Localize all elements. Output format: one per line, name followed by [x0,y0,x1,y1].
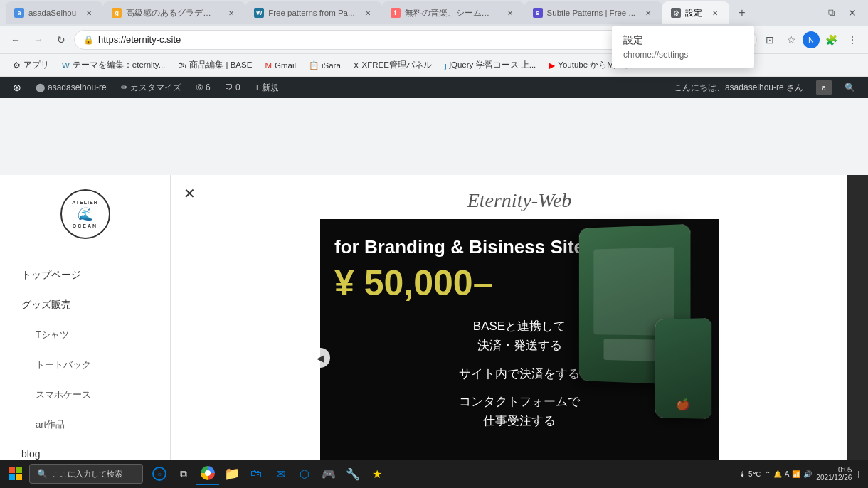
menu-button[interactable]: ⋮ [842,30,862,50]
taskbar-vscode[interactable]: ⬡ [293,462,316,485]
svg-rect-0 [9,467,15,473]
tab-close-asada[interactable]: ✕ [83,7,95,18]
tab-close-patterns[interactable]: ✕ [362,7,374,18]
notify-icon[interactable]: 🔔 [773,470,782,478]
tab-gradient[interactable]: g 高級感のあるグラデーシ... ✕ [103,1,245,24]
tab-favicon-patterns: W [254,8,264,18]
browser-content: ⊛ ⬤ asadaseihou-re ✏ カスタマイズ ⑥ 6 🗨 0 + 新 [0,77,868,488]
taskbar-gaming[interactable]: 🎮 [317,462,340,485]
taskbar-clock[interactable]: 0:05 2021/12/26 [816,466,852,482]
cast-button[interactable]: ⊡ [760,30,780,50]
windows-icon [9,467,22,480]
bookmark-apps[interactable]: ⚙ アプリ [7,58,55,72]
sidebar: ATELIER 🌊 OCEAN トップページ グッズ販売 Tシャツ トートバック… [0,175,171,460]
bookmark-jquery[interactable]: j jQuery 学習コース 上... [439,58,541,72]
wp-admin-logo[interactable]: ⊛ [6,77,28,98]
sidebar-item-phone-case[interactable]: スマホケース [0,380,170,410]
svg-rect-3 [16,474,22,480]
show-desktop-button[interactable]: | [856,470,861,478]
tab-label-gradient: 高級感のあるグラデーシ... [126,8,218,18]
bookmark-gmail[interactable]: M Gmail [259,60,302,71]
search-placeholder-text: ここに入力して検索 [52,469,122,479]
clock-date: 2021/12/26 [816,474,852,482]
weather-icon: 🌡 [739,470,746,478]
svg-rect-2 [9,474,15,480]
search-icon: 🔍 [37,469,48,479]
profile-button[interactable]: N [803,31,820,48]
tab-favicon-subtle: s [533,8,543,18]
new-tab-button[interactable]: + [732,3,752,23]
isara-bm-icon: 📋 [309,60,319,70]
bookmark-theme[interactable]: W テーマを編集：eternity... [56,58,171,72]
bookmark-base[interactable]: 🛍 商品編集 | BASE [172,58,258,72]
taskbar-items: ○ ⧉ 📁 🛍 ✉ ⬡ 🎮 🔧 [148,462,388,485]
taskbar-cortana[interactable]: ○ [148,462,171,485]
tab-favicon-free: f [391,8,401,18]
reload-button[interactable]: ↻ [51,30,71,50]
apple-logo: 🍎 [676,398,690,411]
modal-close-button[interactable]: ✕ [178,182,201,205]
sidebar-item-blog[interactable]: blog [0,440,170,460]
hero-prev-button[interactable]: ◀ [310,348,330,368]
gmail-bm-icon: M [265,61,272,70]
wp-new-comment[interactable]: 🗨 0 [218,77,248,98]
taskbar-item-9[interactable]: 🔧 [342,462,364,485]
sidebar-item-top[interactable]: トップページ [0,260,170,290]
wp-admin-right: こんにちは、asadaseihou-re さん a 🔍 [667,77,862,98]
taskbar-store[interactable]: 🛍 [245,462,268,485]
tab-label-patterns: Free patterns from Pa... [268,9,354,17]
sidebar-item-goods[interactable]: グッズ販売 [0,290,170,320]
right-pattern-bg [847,175,868,460]
maximize-button[interactable]: ⧉ [821,3,841,23]
tab-subtle[interactable]: s Subtle Patterns | Free ... ✕ [524,1,662,24]
jquery-bm-icon: j [445,61,447,70]
page-white: ✕ Eternity-Web ◀ for Branding & Bisiness… [171,175,868,460]
tab-asada[interactable]: a asadaSeihou ✕ [6,1,103,24]
settings-dropdown: 設定 chrome://settings [612,26,754,68]
back-button[interactable]: ← [6,30,26,50]
close-button[interactable]: ✕ [842,3,862,23]
minimize-button[interactable]: — [800,3,820,23]
wp-comments-count[interactable]: ⑥ 6 [189,77,218,98]
wp-avatar[interactable]: a [810,77,837,98]
taskbar-search[interactable]: 🔍 ここに入力して検索 [29,464,143,484]
taskbar-item-10[interactable]: ★ [366,462,388,485]
wp-site-name[interactable]: ⬤ asadaseihou-re [28,77,114,98]
bookmark-xfree[interactable]: X XFREE管理パネル [348,58,438,72]
wp-search-button[interactable]: 🔍 [837,77,862,98]
svg-rect-1 [16,467,22,473]
forward-button[interactable]: → [28,30,48,50]
browser-frame: a asadaSeihou ✕ g 高級感のあるグラデーシ... ✕ W Fre… [0,0,868,488]
sidebar-item-art[interactable]: art作品 [0,410,170,440]
tab-close-subtle[interactable]: ✕ [642,7,654,18]
tab-close-free[interactable]: ✕ [504,7,516,18]
wp-customize[interactable]: ✏ カスタマイズ [114,77,189,98]
tab-patterns-from[interactable]: W Free patterns from Pa... ✕ [245,1,381,24]
sidebar-item-tote[interactable]: トートバック [0,350,170,380]
extensions-button[interactable]: 🧩 [821,30,841,50]
hero-block: ◀ for Branding & Bisiness Site ¥ 50,000– [320,219,719,460]
bookmark-button[interactable]: ☆ [781,30,801,50]
wp-site-icon: ⬤ [36,83,45,92]
taskbar-weather[interactable]: 🌡 5℃ [739,470,761,478]
settings-dropdown-title: 設定 [623,34,743,47]
start-button[interactable] [4,462,27,485]
tab-favicon-asada: a [14,8,24,18]
tab-free[interactable]: f 無料の音楽、シームレス... ✕ [382,1,524,24]
taskbar-system-tray: 🌡 5℃ ⌃ 🔔 A 📶 🔊 0:05 2021/12/26 | [739,466,864,482]
taskbar-task-view[interactable]: ⧉ [172,462,195,485]
taskbar-mail[interactable]: ✉ [269,462,292,485]
sidebar-item-tshirt[interactable]: Tシャツ [0,320,170,350]
bookmark-isara[interactable]: 📋 iSara [303,59,346,72]
tab-close-gradient[interactable]: ✕ [226,7,237,18]
taskbar-chrome[interactable] [196,462,219,485]
lock-icon: 🔒 [83,35,94,45]
wp-new-post[interactable]: + 新規 [248,77,286,98]
xfree-bm-icon: X [354,61,359,70]
temperature: 5℃ [748,470,761,478]
tab-close-settings[interactable]: ✕ [709,7,721,18]
sidebar-nav: トップページ グッズ販売 Tシャツ トートバック スマホケース art作品 bl… [0,253,170,460]
taskbar-explorer[interactable]: 📁 [221,462,243,485]
tab-settings[interactable]: ⚙ 設定 ✕ [662,1,729,24]
taskbar: 🔍 ここに入力して検索 ○ ⧉ 📁 🛍 ✉ ⬡ [0,460,868,488]
